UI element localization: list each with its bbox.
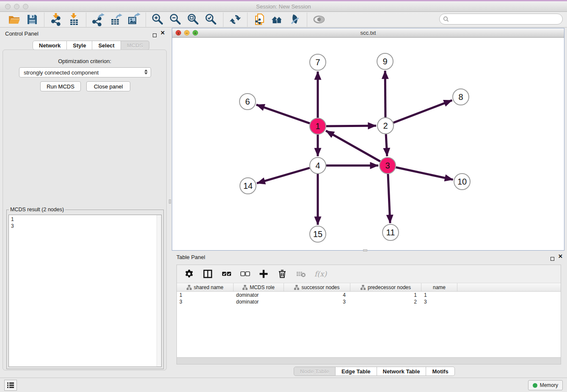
trash-icon [277,269,287,279]
search-input[interactable] [451,15,562,23]
criterion-select[interactable]: strongly connected component [19,67,151,77]
toolbar-group [44,13,86,26]
column-header-successor-nodes[interactable]: successor nodes [284,283,350,291]
export-network-icon [91,13,105,26]
network-minimize-button[interactable]: − [184,30,190,36]
graph-node-11[interactable]: 11 [382,224,399,241]
mcds-result-text[interactable]: 1 3 [8,215,162,367]
gear-icon [184,269,194,279]
column-header-name[interactable]: name [421,283,457,291]
float-icon [550,257,554,261]
memory-status-icon [533,383,537,388]
unselect-all-columns-button[interactable] [240,269,250,279]
show-hide-button [312,13,326,26]
criterion-value: strongly connected component [24,69,99,76]
export-image-button[interactable] [127,13,141,26]
network-close-button[interactable]: x [176,30,181,36]
result-scrollbar[interactable] [157,215,161,367]
hierarchy-icon [361,285,366,290]
network-canvas[interactable]: 7968124314101511 [172,38,564,250]
zoom-out-icon [169,13,182,26]
graph-node-1[interactable]: 1 [309,118,326,135]
graph-node-7[interactable]: 7 [309,54,326,71]
graph-node-9[interactable]: 9 [377,53,394,70]
graph-node-3[interactable]: 3 [379,157,396,174]
tab-select[interactable]: Select [92,41,121,50]
memory-label: Memory [540,382,558,388]
apply-style-button[interactable] [288,13,302,26]
column-settings-button[interactable] [184,269,194,279]
application-window: Session: New Session Control Panel ✕ Net… [0,0,567,392]
tab-edge-table[interactable]: Edge Table [336,367,377,376]
new-network-icon [253,13,266,26]
column-header-predecessor-nodes[interactable]: predecessor nodes [350,283,421,291]
tab-style[interactable]: Style [67,41,92,50]
create-column-button[interactable] [259,269,269,279]
export-table-button[interactable] [109,13,123,26]
first-neighbors-button[interactable] [270,13,284,26]
save-session-button[interactable] [25,13,39,26]
export-image-icon [127,13,140,26]
column-header-MCDS-role[interactable]: MCDS role [234,283,284,291]
table-cell: 1 [421,292,457,298]
table-delete-icon [296,269,306,279]
chevron-updown-icon [144,69,148,75]
graph-node-4[interactable]: 4 [309,157,326,174]
apply-layout-button[interactable] [228,13,242,26]
list-icon [6,381,15,389]
graph-node-8[interactable]: 8 [452,88,469,105]
select-all-columns-button[interactable] [221,269,231,279]
task-history-button[interactable] [4,380,17,391]
control-panel-float-button[interactable] [153,31,157,39]
table-cell: 2 [350,298,421,305]
import-network-button[interactable] [49,13,63,26]
zoom-in-button[interactable] [151,13,165,26]
open-session-button[interactable] [7,13,22,26]
show-columns-button[interactable] [203,269,213,279]
graph-node-14[interactable]: 14 [239,177,256,194]
control-panel-close-button[interactable]: ✕ [160,31,165,35]
table-row[interactable]: 1dominator411 [177,292,561,298]
new-network-from-selection-button[interactable] [252,13,267,26]
graph-node-2[interactable]: 2 [377,117,394,134]
horizontal-splitter-handle[interactable] [363,249,367,251]
graph-node-6[interactable]: 6 [239,93,256,110]
save-icon [25,13,39,26]
vertical-splitter-handle[interactable] [169,199,171,204]
first-neighbors-icon [270,13,284,26]
tab-network[interactable]: Network [33,41,67,50]
table-horizontal-scrollbar[interactable] [176,358,561,364]
export-network-button[interactable] [91,13,105,26]
tab-motifs[interactable]: Motifs [426,367,454,376]
eye-icon [312,13,326,26]
table-panel-float-button[interactable] [550,255,554,262]
tab-node-table[interactable]: Node Table [294,367,336,376]
close-panel-button[interactable]: Close panel [86,81,130,91]
run-mcds-button[interactable]: Run MCDS [40,81,81,91]
zoom-selected-icon [204,13,218,26]
table-panel-close-button[interactable]: ✕ [558,254,563,259]
memory-button[interactable]: Memory [528,380,563,390]
table-row[interactable]: 3dominator323 [177,298,561,305]
control-panel-tabs: NetworkStyleSelectMCDS [33,41,149,50]
network-window-titlebar[interactable]: x − + scc.txt [172,28,564,38]
tab-mcds[interactable]: MCDS [121,41,149,50]
table-cell: dominator [234,298,284,305]
network-window: x − + scc.txt 7968124314101511 [172,28,564,251]
network-window-controls: x − + [176,30,198,36]
mcds-result-group: MCDS result (2 nodes) 1 3 [6,210,164,369]
status-bar: Memory [0,378,567,392]
network-edges [172,38,564,250]
delete-columns-button[interactable] [277,269,287,279]
function-builder-button: f(x) [314,270,327,278]
zoom-fit-button[interactable] [186,13,201,26]
toolbar-group [86,13,146,26]
graph-node-10[interactable]: 10 [454,173,471,190]
graph-node-15[interactable]: 15 [309,226,326,243]
zoom-out-button[interactable] [168,13,183,26]
column-header-shared-name[interactable]: shared name [177,283,234,291]
zoom-selected-button[interactable] [204,13,218,26]
network-maximize-button[interactable]: + [193,30,198,36]
tab-network-table[interactable]: Network Table [377,367,427,376]
import-table-button[interactable] [67,13,81,26]
